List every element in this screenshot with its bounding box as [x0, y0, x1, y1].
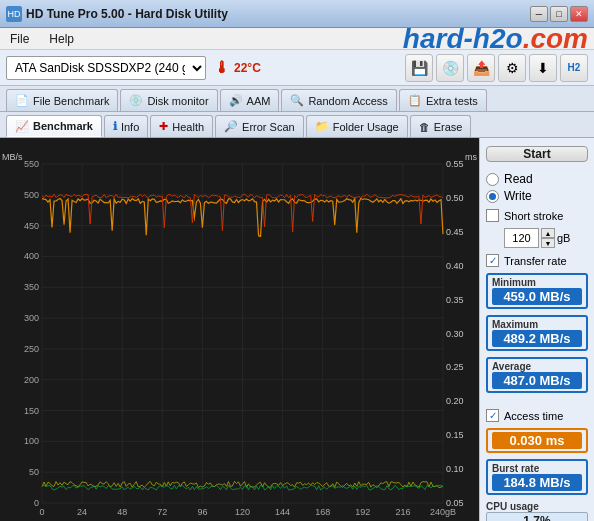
disk-monitor-icon: 💿 [129, 94, 143, 107]
drive-select[interactable]: ATA SanDisk SDSSDXP2 (240 gB) [6, 56, 206, 80]
burst-rate-value: 184.8 MB/s [492, 474, 582, 491]
main-content: Start Read Write Short stroke ▲ ▼ gB [0, 138, 594, 521]
tab-erase[interactable]: 🗑 Erase [410, 115, 472, 137]
write-radio[interactable]: Write [486, 189, 588, 203]
minimize-button[interactable]: ─ [530, 6, 548, 22]
read-radio-dot [486, 173, 499, 186]
app-logo-icon[interactable]: H2 [560, 54, 588, 82]
extra-tests-icon: 📋 [408, 94, 422, 107]
tab-disk-monitor[interactable]: 💿 Disk monitor [120, 89, 217, 111]
gb-input[interactable] [504, 228, 539, 248]
read-radio[interactable]: Read [486, 172, 588, 186]
burst-rate-label: Burst rate [492, 463, 582, 474]
spinner-buttons: ▲ ▼ [541, 228, 555, 248]
transfer-rate-checkbox[interactable]: ✓ Transfer rate [486, 254, 588, 267]
short-stroke-label: Short stroke [504, 210, 563, 222]
tab-info[interactable]: ℹ Info [104, 115, 148, 137]
menu-file[interactable]: File [6, 30, 33, 48]
error-scan-icon: 🔎 [224, 120, 238, 133]
menu-bar: File Help hard-h2o.com [0, 28, 594, 50]
short-stroke-checkbox-box [486, 209, 499, 222]
maximize-button[interactable]: □ [550, 6, 568, 22]
info-icon: ℹ [113, 120, 117, 133]
close-button[interactable]: ✕ [570, 6, 588, 22]
write-radio-label: Write [504, 189, 532, 203]
random-access-icon: 🔍 [290, 94, 304, 107]
menu-help[interactable]: Help [45, 30, 78, 48]
minimum-label: Minimum [492, 277, 582, 288]
thermometer-icon: 🌡 [214, 59, 230, 77]
start-button[interactable]: Start [486, 146, 588, 162]
export-icon[interactable]: 📤 [467, 54, 495, 82]
app-icon: HD [6, 6, 22, 22]
tab-file-benchmark[interactable]: 📄 File Benchmark [6, 89, 118, 111]
temperature-display: 🌡 22°C [214, 59, 261, 77]
tab-error-scan-label: Error Scan [242, 121, 295, 133]
average-value: 487.0 MB/s [492, 372, 582, 389]
tab-benchmark[interactable]: 📈 Benchmark [6, 115, 102, 137]
window-controls[interactable]: ─ □ ✕ [530, 6, 588, 22]
arrow-down-icon[interactable]: ⬇ [529, 54, 557, 82]
access-time-stat: 0.030 ms [486, 428, 588, 453]
access-time-checkbox-box: ✓ [486, 409, 499, 422]
benchmark-chart [0, 146, 479, 521]
gb-unit: gB [557, 232, 570, 244]
tab-extra-tests[interactable]: 📋 Extra tests [399, 89, 487, 111]
cpu-usage-value: 1.7% [486, 512, 588, 521]
chart-area [0, 138, 479, 521]
spinner-down[interactable]: ▼ [541, 238, 555, 248]
tabs-row1: 📄 File Benchmark 💿 Disk monitor 🔊 AAM 🔍 … [0, 86, 594, 112]
burst-rate-stat: Burst rate 184.8 MB/s [486, 459, 588, 495]
average-label: Average [492, 361, 582, 372]
access-time-value: 0.030 ms [492, 432, 582, 449]
logo: hard-h2o.com [403, 25, 588, 53]
spinner-up[interactable]: ▲ [541, 228, 555, 238]
erase-icon: 🗑 [419, 121, 430, 133]
toolbar-icons: 💾 💿 📤 ⚙ ⬇ H2 [405, 54, 588, 82]
tab-erase-label: Erase [434, 121, 463, 133]
minimum-value: 459.0 MB/s [492, 288, 582, 305]
cpu-usage-label: CPU usage [486, 501, 588, 512]
disk-icon[interactable]: 💿 [436, 54, 464, 82]
transfer-rate-label: Transfer rate [504, 255, 567, 267]
maximum-stat: Maximum 489.2 MB/s [486, 315, 588, 351]
tab-health[interactable]: ✚ Health [150, 115, 213, 137]
tab-aam[interactable]: 🔊 AAM [220, 89, 280, 111]
tab-random-access[interactable]: 🔍 Random Access [281, 89, 396, 111]
maximum-label: Maximum [492, 319, 582, 330]
transfer-rate-checkbox-box: ✓ [486, 254, 499, 267]
cpu-usage-block: CPU usage 1.7% [486, 501, 588, 521]
save-icon[interactable]: 💾 [405, 54, 433, 82]
window-title: HD Tune Pro 5.00 - Hard Disk Utility [26, 7, 522, 21]
short-stroke-checkbox[interactable]: Short stroke [486, 209, 588, 222]
tab-extra-tests-label: Extra tests [426, 95, 478, 107]
tabs-row2: 📈 Benchmark ℹ Info ✚ Health 🔎 Error Scan… [0, 112, 594, 138]
tab-info-label: Info [121, 121, 139, 133]
settings-icon[interactable]: ⚙ [498, 54, 526, 82]
tab-folder-usage-label: Folder Usage [333, 121, 399, 133]
toolbar: ATA SanDisk SDSSDXP2 (240 gB) 🌡 22°C 💾 💿… [0, 50, 594, 86]
logo-accent: .com [523, 23, 588, 54]
tab-error-scan[interactable]: 🔎 Error Scan [215, 115, 304, 137]
temperature-value: 22°C [234, 61, 261, 75]
minimum-stat: Minimum 459.0 MB/s [486, 273, 588, 309]
access-time-checkbox[interactable]: ✓ Access time [486, 409, 588, 422]
write-radio-dot [486, 190, 499, 203]
tab-disk-monitor-label: Disk monitor [147, 95, 208, 107]
file-benchmark-icon: 📄 [15, 94, 29, 107]
folder-usage-icon: 📁 [315, 120, 329, 133]
maximum-value: 489.2 MB/s [492, 330, 582, 347]
tab-random-access-label: Random Access [308, 95, 387, 107]
read-radio-label: Read [504, 172, 533, 186]
aam-icon: 🔊 [229, 94, 243, 107]
average-stat: Average 487.0 MB/s [486, 357, 588, 393]
right-panel: Start Read Write Short stroke ▲ ▼ gB [479, 138, 594, 521]
tab-benchmark-label: Benchmark [33, 120, 93, 132]
benchmark-icon: 📈 [15, 120, 29, 133]
gb-spinner: ▲ ▼ gB [504, 228, 588, 248]
tab-folder-usage[interactable]: 📁 Folder Usage [306, 115, 408, 137]
tab-aam-label: AAM [247, 95, 271, 107]
access-time-label: Access time [504, 410, 563, 422]
tab-health-label: Health [172, 121, 204, 133]
tab-file-benchmark-label: File Benchmark [33, 95, 109, 107]
